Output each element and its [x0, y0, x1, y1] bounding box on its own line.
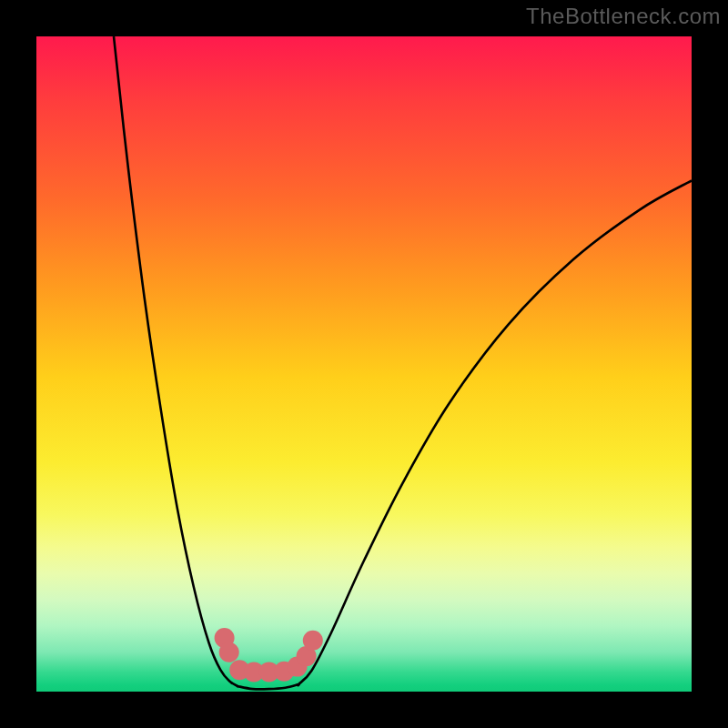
- curve-path: [114, 36, 692, 689]
- bottom-markers: [215, 628, 323, 682]
- marker-dot: [219, 642, 239, 662]
- bottleneck-curve: [36, 36, 692, 692]
- plot-area: [36, 36, 692, 692]
- marker-dot: [303, 631, 323, 651]
- chart-frame: TheBottleneck.com: [0, 0, 728, 728]
- watermark-text: TheBottleneck.com: [526, 4, 721, 29]
